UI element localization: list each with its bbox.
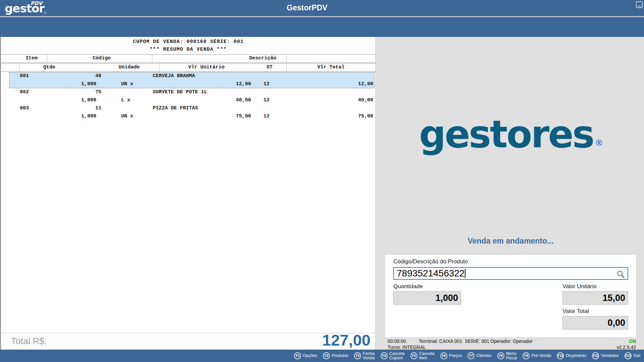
minimize-button[interactable] xyxy=(636,1,643,8)
function-key-f4[interactable]: F4 Cancela Cupom xyxy=(381,352,405,360)
function-key-label: Preços xyxy=(449,354,462,358)
header-band xyxy=(0,17,644,37)
unit-value-label: Valor Unitário xyxy=(562,283,597,290)
quantity-label: Quantidade xyxy=(393,283,423,290)
column-divider xyxy=(19,63,19,71)
function-key-f1[interactable]: F1 Opções xyxy=(294,352,317,359)
cell-st: 12 xyxy=(263,80,269,88)
function-key-f10[interactable]: F10 Orçamento xyxy=(557,352,586,359)
col-header-codigo: Código xyxy=(93,55,111,62)
table-rule xyxy=(1,63,376,64)
function-key-label: Fecha Venda xyxy=(363,352,375,360)
receipt-item-row[interactable]: 001 40 CERVEJA BRAHMA 1,000 UN x 12,00 1… xyxy=(1,72,376,88)
sale-total-value: 127,00 xyxy=(322,331,370,349)
gestorpdv-window: gestor PDV ® GestorPDV CUPOM DE VENDA: 0… xyxy=(0,0,644,362)
function-key-label: Produtos xyxy=(332,354,348,358)
col-header-qtde: Qtde xyxy=(43,64,55,71)
side-panel: gestores ® Venda em andamento... Código/… xyxy=(377,37,644,350)
status-terminal: Terminal: CAIXA 001 SERIE: 001 xyxy=(419,339,489,344)
col-header-vlr-unitario: Vlr Unitário xyxy=(188,64,225,71)
gestores-brand: gestores ® xyxy=(377,114,644,154)
function-key-f7[interactable]: F7 Clientes xyxy=(467,352,491,359)
function-key-icon: F7 xyxy=(467,352,475,359)
function-key-icon: F8 xyxy=(497,352,504,359)
col-header-unidade: Unidade xyxy=(118,64,140,71)
product-entry-panel: Código/Descrição do Produto 789352145632… xyxy=(385,255,636,337)
registered-mark-icon: ® xyxy=(596,138,602,148)
function-key-f2[interactable]: F2 Produtos xyxy=(323,352,348,359)
function-key-icon: F12 xyxy=(625,352,632,359)
function-key-label: Pré-Venda xyxy=(531,354,551,358)
function-key-bar: F1 Opções F2 Produtos F3 Fecha Venda F4 … xyxy=(0,350,644,362)
function-key-f6[interactable]: F6 Preços xyxy=(440,352,462,359)
total-label: Total R$: xyxy=(11,336,47,347)
text-caret xyxy=(465,269,465,278)
table-rule xyxy=(1,54,376,55)
cell-item-number: 002 xyxy=(20,88,29,96)
cell-vlr-total: 75,00 xyxy=(358,112,373,120)
total-divider xyxy=(1,333,376,333)
search-icon[interactable] xyxy=(616,270,625,279)
cell-vlr-total: 12,00 xyxy=(358,80,373,88)
function-key-f3[interactable]: F3 Fecha Venda xyxy=(354,352,375,360)
cell-st: 12 xyxy=(263,112,269,120)
cell-descricao: SORVETE DE POTE 1L xyxy=(153,88,207,96)
status-shift: Turno: INTEGRAL xyxy=(388,345,426,350)
cell-st: 12 xyxy=(263,96,269,104)
sale-summary-header: *** RESUMO DA VENDA *** xyxy=(1,47,376,52)
item-total-label: Valor Total xyxy=(562,308,589,315)
item-total-field[interactable]: 0,00 xyxy=(562,316,628,329)
cell-vlr-unitario: 40,00 xyxy=(236,96,251,104)
cell-vlr-unitario: 12,00 xyxy=(236,80,251,88)
function-key-label: Opções xyxy=(303,354,317,358)
cell-codigo: 11 xyxy=(95,104,101,112)
receipt-item-row[interactable]: 003 11 PIZZA DE FRITAS 1,000 UN x 75,00 … xyxy=(1,104,376,120)
function-key-label: Cancela Item xyxy=(419,352,435,360)
quantity-field[interactable]: 1,000 xyxy=(393,291,461,305)
cell-vlr-total: 40,00 xyxy=(358,96,373,104)
column-divider xyxy=(159,63,160,71)
product-code-input[interactable]: 7893521456322 xyxy=(393,267,628,280)
title-bar: gestor PDV ® GestorPDV xyxy=(0,0,644,16)
function-key-f9[interactable]: F9 Pré-Venda xyxy=(523,352,551,359)
function-key-label: Vendedor xyxy=(601,354,619,358)
column-divider xyxy=(286,54,287,62)
column-divider xyxy=(286,63,287,71)
function-key-f5[interactable]: F5 Cancela Item xyxy=(410,352,435,360)
window-title: GestorPDV xyxy=(0,3,614,12)
function-key-icon: F2 xyxy=(323,352,330,359)
connection-status: ON xyxy=(629,339,636,344)
function-key-icon: F1 xyxy=(294,352,301,359)
cell-descricao: CERVEJA BRAHMA xyxy=(153,72,195,80)
col-header-vlr-total: Vlr Total xyxy=(317,64,344,71)
function-key-icon: F11 xyxy=(592,352,599,359)
status-time: 00:00:00 xyxy=(388,339,406,344)
function-key-label: Menu Fiscal xyxy=(506,352,517,360)
sale-receipt-panel: CUPOM DE VENDA: 000160 SÉRIE: 001 *** RE… xyxy=(0,37,376,350)
function-key-f8[interactable]: F8 Menu Fiscal xyxy=(497,352,517,360)
table-rule xyxy=(1,71,376,72)
status-bar: 00:00:00 Terminal: CAIXA 001 SERIE: 001 … xyxy=(377,337,644,350)
receipt-rows: 001 40 CERVEJA BRAHMA 1,000 UN x 12,00 1… xyxy=(1,72,376,120)
unit-value-field[interactable]: 15,00 xyxy=(562,291,628,305)
cell-qtde: 1,000 xyxy=(81,112,96,120)
cell-item-number: 001 xyxy=(20,72,29,80)
col-header-item: Item xyxy=(26,55,38,62)
function-key-icon: F3 xyxy=(354,352,361,359)
cell-unidade: L x xyxy=(121,96,130,104)
sale-in-progress-message: Venda em andamento... xyxy=(377,237,644,246)
cell-qtde: 1,000 xyxy=(81,96,96,104)
table-rule xyxy=(1,62,376,63)
function-key-f11[interactable]: F11 Vendedor xyxy=(592,352,619,359)
app-version: v2.2.5.42 xyxy=(616,345,636,350)
receipt-item-row[interactable]: 002 75 SORVETE DE POTE 1L 1,000 L x 40,0… xyxy=(1,88,376,104)
product-code-value: 7893521456322 xyxy=(397,268,464,279)
cell-codigo: 75 xyxy=(95,88,101,96)
function-key-f12[interactable]: F12 Sair xyxy=(625,352,641,359)
function-key-label: Cancela Cupom xyxy=(389,352,405,360)
function-key-icon: F4 xyxy=(381,352,388,359)
function-key-icon: F5 xyxy=(410,352,417,359)
cell-unidade: UN x xyxy=(121,80,133,88)
product-code-label: Código/Descrição do Produto xyxy=(393,258,468,265)
function-key-icon: F9 xyxy=(523,352,530,359)
